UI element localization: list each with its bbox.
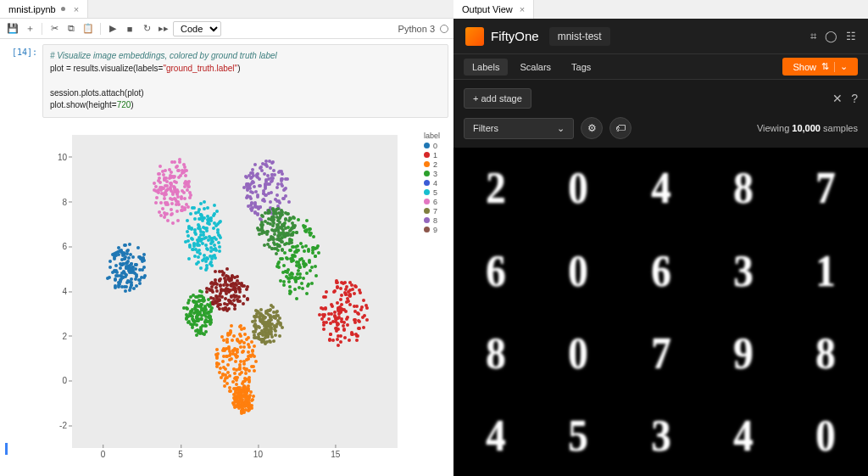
- sample-thumbnail[interactable]: 7: [620, 313, 701, 394]
- digit-glyph: 6: [651, 246, 670, 296]
- cell-prompt: [14]:: [5, 44, 42, 118]
- sample-thumbnail[interactable]: 6: [620, 230, 701, 311]
- add-cell-icon[interactable]: ＋: [22, 21, 37, 36]
- stage-bar: + add stage ✕ ?: [453, 80, 868, 117]
- copy-icon[interactable]: ⧉: [64, 21, 79, 36]
- sample-thumbnail[interactable]: 0: [537, 148, 618, 228]
- digit-glyph: 0: [816, 411, 836, 461]
- slack-icon[interactable]: ⌗: [810, 30, 816, 43]
- kernel-status-icon: [440, 25, 448, 33]
- fiftyone-logo: FiftyOne: [465, 27, 539, 46]
- show-button[interactable]: Show ⇅ ⌄: [782, 58, 858, 76]
- sample-thumbnail[interactable]: 8: [703, 148, 783, 228]
- sample-thumbnail[interactable]: 0: [786, 395, 866, 476]
- close-icon[interactable]: ×: [520, 4, 525, 14]
- sample-thumbnail[interactable]: 4: [620, 148, 701, 228]
- fiftyone-nav: Labels Scalars Tags Show ⇅ ⌄: [453, 54, 868, 80]
- run-icon[interactable]: ▶: [105, 21, 120, 36]
- docs-icon[interactable]: ☷: [846, 30, 856, 43]
- notebook-area[interactable]: [14]: # Visualize image embeddings, colo…: [0, 39, 453, 476]
- digit-glyph: 8: [816, 328, 836, 378]
- sort-icon: ⇅: [821, 61, 829, 72]
- dataset-name[interactable]: mnist-test: [549, 27, 610, 46]
- sample-thumbnail[interactable]: 9: [703, 313, 783, 394]
- jupyter-toolbar: 💾 ＋ ✂ ⧉ 📋 ▶ ■ ↻ ▸▸ Code Python 3: [0, 19, 453, 39]
- sample-thumbnail[interactable]: 1: [786, 230, 866, 311]
- tag-icon[interactable]: 🏷: [609, 117, 632, 139]
- digit-glyph: 7: [651, 328, 670, 378]
- digit-glyph: 8: [486, 328, 505, 378]
- fiftyone-header: FiftyOne mnist-test ⌗ ◯ ☷: [453, 19, 868, 54]
- code-cell[interactable]: [14]: # Visualize image embeddings, colo…: [0, 44, 453, 121]
- sample-thumbnail[interactable]: 8: [455, 313, 536, 394]
- close-icon[interactable]: ✕: [832, 92, 843, 105]
- add-stage-button[interactable]: + add stage: [464, 88, 531, 109]
- cell-selection-bar: [5, 443, 8, 455]
- stop-icon[interactable]: ■: [122, 21, 137, 36]
- help-icon[interactable]: ?: [851, 92, 858, 105]
- digit-glyph: 2: [486, 163, 505, 213]
- x-axis: 051015: [72, 450, 398, 472]
- digit-glyph: 7: [816, 163, 836, 213]
- digit-glyph: 0: [568, 328, 587, 378]
- chart-legend: label 0123456789: [424, 132, 440, 235]
- sample-thumbnail[interactable]: 3: [703, 230, 783, 311]
- digit-glyph: 8: [733, 163, 753, 213]
- digit-glyph: 4: [486, 411, 505, 461]
- sample-thumbnail[interactable]: 3: [620, 395, 701, 476]
- digit-glyph: 6: [486, 246, 505, 296]
- chevron-down-icon: ⌄: [557, 123, 565, 134]
- sample-grid[interactable]: 20487606318079845340: [453, 148, 868, 476]
- settings-icon[interactable]: ⚙: [581, 117, 603, 139]
- sample-thumbnail[interactable]: 2: [455, 148, 536, 228]
- notebook-tab-title: mnist.ipynb: [8, 4, 56, 14]
- digit-glyph: 0: [568, 246, 587, 296]
- restart-icon[interactable]: ↻: [139, 21, 154, 36]
- github-icon[interactable]: ◯: [825, 30, 837, 43]
- sample-thumbnail[interactable]: 0: [537, 230, 618, 311]
- digit-glyph: 4: [651, 163, 670, 213]
- cut-icon[interactable]: ✂: [47, 21, 62, 36]
- output-tab[interactable]: Output View ×: [453, 0, 534, 19]
- output-tabbar: Output View ×: [453, 0, 868, 19]
- tab-scalars[interactable]: Scalars: [511, 59, 559, 76]
- output-cell: -20246810 051015 label 0123456789: [0, 121, 453, 475]
- filters-dropdown[interactable]: Filters ⌄: [464, 118, 574, 139]
- digit-glyph: 3: [651, 411, 670, 461]
- notebook-tabbar: mnist.ipynb ×: [0, 0, 453, 19]
- digit-glyph: 5: [568, 411, 587, 461]
- kernel-name[interactable]: Python 3: [398, 24, 435, 34]
- digit-glyph: 9: [733, 328, 753, 378]
- digit-glyph: 0: [568, 163, 587, 213]
- tab-tags[interactable]: Tags: [563, 59, 599, 76]
- sample-thumbnail[interactable]: 6: [455, 230, 536, 311]
- viewing-count: Viewing 10,000 samples: [757, 123, 858, 133]
- sample-thumbnail[interactable]: 4: [455, 395, 536, 476]
- logo-mark-icon: [465, 27, 484, 46]
- digit-glyph: 4: [733, 411, 753, 461]
- notebook-tab[interactable]: mnist.ipynb ×: [0, 0, 88, 18]
- scatter-plot[interactable]: -20246810 051015 label 0123456789: [43, 128, 440, 472]
- y-axis: -20246810: [43, 135, 70, 448]
- celltype-select[interactable]: Code: [173, 21, 221, 36]
- output-tab-title: Output View: [462, 4, 513, 14]
- chevron-down-icon: ⌄: [840, 61, 848, 72]
- sample-thumbnail[interactable]: 5: [537, 395, 618, 476]
- filter-bar: Filters ⌄ ⚙ 🏷 Viewing 10,000 samples: [453, 117, 868, 148]
- close-icon[interactable]: ×: [74, 4, 79, 14]
- digit-glyph: 1: [816, 246, 836, 296]
- sample-thumbnail[interactable]: 4: [703, 395, 783, 476]
- sample-thumbnail[interactable]: 7: [786, 148, 866, 228]
- digit-glyph: 3: [733, 246, 753, 296]
- paste-icon[interactable]: 📋: [81, 21, 96, 36]
- tab-labels[interactable]: Labels: [464, 59, 508, 76]
- unsaved-dot-icon: [61, 7, 65, 11]
- code-editor[interactable]: # Visualize image embeddings, colored by…: [42, 44, 448, 118]
- sample-thumbnail[interactable]: 8: [786, 313, 866, 394]
- run-all-icon[interactable]: ▸▸: [156, 21, 171, 36]
- sample-thumbnail[interactable]: 0: [537, 313, 618, 394]
- save-icon[interactable]: 💾: [5, 21, 20, 36]
